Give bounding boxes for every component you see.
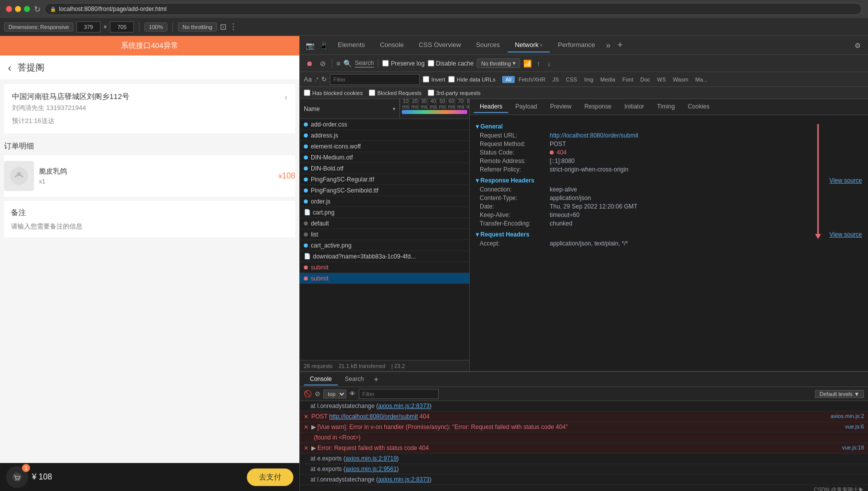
blocked-requests-cb[interactable]: Blocked Requests (369, 90, 422, 96)
filter-all[interactable]: All (502, 76, 514, 83)
record-btn[interactable]: ⏺ (304, 58, 315, 68)
close-btn[interactable] (6, 6, 12, 12)
blocked-cookies-cb[interactable]: Has blocked cookies (304, 90, 363, 96)
third-party-cb[interactable]: 3rd-party requests (428, 90, 481, 96)
device-icon[interactable]: 📱 (317, 42, 330, 50)
pay-button[interactable]: 去支付 (247, 468, 293, 486)
throttle-select[interactable]: No throttling ▾ (477, 58, 520, 68)
filter-ws[interactable]: WS (654, 76, 669, 83)
tab-console[interactable]: Console (373, 38, 411, 52)
reload-icon[interactable]: ↻ (34, 4, 40, 14)
throttle-btn[interactable]: No throttling (178, 22, 216, 32)
tab-response[interactable]: Response (578, 101, 617, 113)
file-item-selected[interactable]: submit (300, 273, 469, 284)
tab-payload[interactable]: Payload (509, 101, 543, 113)
filter-icon[interactable]: ≡ (336, 60, 340, 68)
filter-img[interactable]: Img (581, 76, 596, 83)
tab-sources[interactable]: Sources (469, 38, 507, 52)
settings-icon[interactable]: ⚙ (852, 42, 864, 50)
filter-css[interactable]: CSS (563, 76, 580, 83)
file-item[interactable]: order.js (300, 196, 469, 207)
address-arrow[interactable]: › (284, 92, 287, 102)
url-bar[interactable]: 🔒 localhost:8080/front/page/add-order.ht… (44, 3, 862, 15)
invert-cb[interactable]: Invert (423, 76, 445, 82)
dimensions-btn[interactable]: Dimensions: Responsive (4, 22, 73, 32)
console-clear-btn[interactable]: 🚫 (304, 390, 312, 398)
filter-input[interactable] (330, 74, 420, 85)
disable-cache-cb[interactable]: Disable cache (428, 60, 474, 67)
clear-btn[interactable]: ⊘ (318, 58, 328, 68)
refresh-filter-icon[interactable]: ↻ (321, 76, 327, 83)
tab-cookies[interactable]: Cookies (682, 101, 715, 113)
add-tab-icon[interactable]: + (615, 40, 626, 50)
file-item[interactable]: cart_active.png (300, 240, 469, 251)
response-headers-header[interactable]: Response Headers (476, 177, 830, 184)
cart-icon-container[interactable]: 1 (6, 466, 28, 488)
filter-js[interactable]: JS (549, 76, 562, 83)
disable-cache-input[interactable] (428, 60, 434, 66)
filter-font[interactable]: Font (619, 76, 636, 83)
console-link[interactable]: axios.min.js:2:8373 (378, 402, 430, 410)
zoom-btn[interactable]: 100% (144, 22, 167, 32)
file-item[interactable]: PingFangSC-Semibold.ttf (300, 185, 469, 196)
preserve-log-input[interactable] (382, 60, 389, 66)
view-source-btn-2[interactable]: View source (830, 231, 862, 238)
file-item[interactable]: list (300, 229, 469, 240)
upload-icon[interactable]: ↑ (535, 58, 542, 68)
filter-media[interactable]: Media (597, 76, 618, 83)
search-label[interactable]: Search (355, 60, 374, 68)
invert-input[interactable] (423, 76, 429, 82)
console-filter-btn[interactable]: ⊘ (315, 390, 320, 398)
console-add-icon[interactable]: + (371, 375, 381, 384)
blocked-requests-input[interactable] (369, 90, 375, 96)
search-icon[interactable]: 🔍 (343, 60, 352, 68)
tab-headers[interactable]: Headers (474, 101, 508, 113)
console-source[interactable]: axios.min.js:2 (831, 413, 864, 419)
file-list[interactable]: add-order.css address.js element-icons.w… (300, 119, 469, 360)
file-item[interactable]: 📄 download?name=3fabb83a-1c09-4fd... (300, 251, 469, 262)
filter-manifest[interactable]: Ma... (692, 76, 710, 83)
wifi-icon[interactable]: 📶 (523, 60, 532, 68)
levels-btn[interactable]: Default levels ▼ (815, 390, 864, 398)
tab-css-overview[interactable]: CSS Overview (412, 38, 468, 52)
sort-icon[interactable]: ▾ (393, 106, 395, 112)
height-input[interactable]: 705 (110, 22, 134, 32)
file-item[interactable]: add-order.css (300, 119, 469, 130)
console-filter-input[interactable] (359, 389, 439, 399)
post-link[interactable]: http://localhost:8080/order/submit (329, 413, 418, 420)
general-section-header[interactable]: General (476, 123, 862, 130)
tab-console-bottom[interactable]: Console (304, 374, 338, 386)
filter-wasm[interactable]: Wasm (670, 76, 692, 83)
filter-fetch-xhr[interactable]: Fetch/XHR (516, 76, 549, 83)
tab-network[interactable]: Network × (508, 38, 550, 52)
tab-search-bottom[interactable]: Search (339, 374, 370, 386)
hide-data-urls-input[interactable] (448, 76, 455, 82)
file-item[interactable]: DIN-Bold.otf (300, 163, 469, 174)
regex-icon[interactable]: .* (315, 76, 318, 82)
notes-input[interactable] (11, 222, 288, 230)
console-link[interactable]: axios.min.js:2:9561 (345, 466, 397, 472)
filter-doc[interactable]: Doc (637, 76, 653, 83)
file-item[interactable]: submit (300, 262, 469, 273)
eye-icon[interactable]: 👁 (349, 390, 356, 398)
file-item[interactable]: 📄 cart.png (300, 207, 469, 218)
preserve-log-cb[interactable]: Preserve log (382, 60, 424, 67)
maximize-btn[interactable] (24, 6, 30, 12)
more-icon[interactable]: ⋮ (229, 22, 237, 32)
expand-icon-2[interactable]: ▶ (311, 444, 316, 452)
back-btn[interactable]: ‹ (8, 62, 11, 74)
download-icon[interactable]: ↓ (545, 58, 553, 68)
view-source-btn[interactable]: View source (830, 177, 862, 184)
width-input[interactable]: 379 (76, 22, 100, 32)
tab-elements[interactable]: Elements (331, 38, 372, 52)
request-headers-header[interactable]: Request Headers (476, 231, 830, 238)
blocked-cookies-input[interactable] (304, 90, 310, 96)
tab-timing[interactable]: Timing (651, 101, 681, 113)
tab-initiator[interactable]: Initiator (618, 101, 650, 113)
file-item[interactable]: address.js (300, 130, 469, 141)
console-link[interactable]: axios.min.js:2:8373 (378, 476, 430, 483)
context-select[interactable]: top (323, 390, 346, 398)
screenshot-icon[interactable]: 📷 (304, 42, 316, 50)
file-item[interactable]: default (300, 218, 469, 229)
console-link[interactable]: axios.min.js:2:9719 (345, 455, 397, 462)
